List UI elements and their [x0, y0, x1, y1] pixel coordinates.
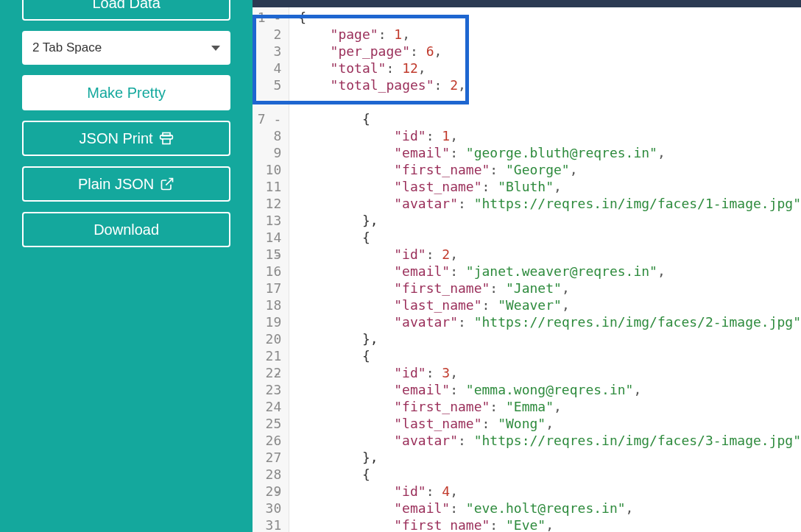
line-number: 22: [253, 364, 281, 381]
code-line[interactable]: "id": 4,: [298, 483, 801, 500]
line-number: 11: [253, 178, 281, 195]
code-area[interactable]: 1 -2345 7 -891011121314 -15161718192021 …: [253, 7, 801, 532]
code-line[interactable]: [298, 93, 801, 110]
code-line[interactable]: {: [298, 229, 801, 246]
line-number: 28 -: [253, 466, 281, 483]
line-number: 5: [253, 77, 281, 93]
line-number: 20: [253, 330, 281, 347]
line-number: 25: [253, 415, 281, 432]
line-number: [253, 93, 281, 110]
code-editor: 1 -2345 7 -891011121314 -15161718192021 …: [253, 0, 801, 532]
line-number: 29: [253, 483, 281, 500]
code-line[interactable]: "email": "george.bluth@reqres.in",: [298, 144, 801, 161]
line-number: 7 -: [253, 110, 281, 127]
code-line[interactable]: "first_name": "Janet",: [298, 280, 801, 297]
code-line[interactable]: "avatar": "https://reqres.in/img/faces/3…: [298, 432, 801, 449]
line-number: 10: [253, 161, 281, 178]
sidebar: Load Data 2 Tab Space Make Pretty JSON P…: [0, 0, 253, 532]
make-pretty-button[interactable]: Make Pretty: [22, 75, 230, 110]
line-number: 2: [253, 26, 281, 43]
download-label: Download: [93, 221, 159, 238]
line-number: 21 -: [253, 347, 281, 364]
json-print-label: JSON Print: [80, 130, 153, 147]
svg-line-2: [166, 179, 173, 185]
code-line[interactable]: "email": "eve.holt@reqres.in",: [298, 500, 801, 517]
code-line[interactable]: },: [298, 330, 801, 347]
line-number: 17: [253, 280, 281, 297]
code-line[interactable]: "first_name": "George",: [298, 161, 801, 178]
tab-space-selected: 2 Tab Space: [32, 40, 102, 55]
code-line[interactable]: "email": "emma.wong@reqres.in",: [298, 381, 801, 398]
code-line[interactable]: "per_page": 6,: [298, 43, 801, 60]
line-number: 19: [253, 313, 281, 330]
code-line[interactable]: "page": 1,: [298, 26, 801, 43]
line-number: 12: [253, 195, 281, 212]
code-line[interactable]: "total_pages": 2,: [298, 77, 801, 93]
plain-json-button[interactable]: Plain JSON: [22, 166, 230, 202]
plain-json-label: Plain JSON: [78, 176, 154, 193]
line-number: 4: [253, 60, 281, 77]
code-line[interactable]: "last_name": "Wong",: [298, 415, 801, 432]
line-gutter: 1 -2345 7 -891011121314 -15161718192021 …: [253, 7, 289, 532]
line-number: 9: [253, 144, 281, 161]
code-line[interactable]: {: [298, 9, 801, 26]
json-print-button[interactable]: JSON Print: [22, 121, 230, 156]
line-number: 26: [253, 432, 281, 449]
code-line[interactable]: {: [298, 466, 801, 483]
line-number: 30: [253, 500, 281, 517]
line-number: 31: [253, 517, 281, 532]
code-line[interactable]: "first_name": "Emma",: [298, 398, 801, 415]
code-line[interactable]: "email": "janet.weaver@reqres.in",: [298, 263, 801, 280]
download-button[interactable]: Download: [22, 212, 230, 247]
line-number: 27: [253, 449, 281, 466]
line-number: 23: [253, 381, 281, 398]
code-line[interactable]: "last_name": "Bluth",: [298, 178, 801, 195]
line-number: 3: [253, 43, 281, 60]
line-number: 16: [253, 263, 281, 280]
code-line[interactable]: "last_name": "Weaver",: [298, 297, 801, 313]
printer-icon: [159, 131, 174, 146]
code-line[interactable]: {: [298, 347, 801, 364]
load-data-label: Load Data: [92, 0, 160, 12]
code-line[interactable]: "avatar": "https://reqres.in/img/faces/2…: [298, 313, 801, 330]
code-line[interactable]: {: [298, 110, 801, 127]
code-line[interactable]: "id": 1,: [298, 127, 801, 144]
line-number: 13: [253, 212, 281, 229]
line-number: 8: [253, 127, 281, 144]
tab-space-select[interactable]: 2 Tab Space: [22, 31, 230, 65]
svg-rect-1: [163, 139, 170, 144]
editor-toolbar: [253, 0, 801, 7]
line-number: 15: [253, 246, 281, 263]
external-link-icon: [160, 177, 174, 191]
code-content[interactable]: { "page": 1, "per_page": 6, "total": 12,…: [289, 7, 801, 532]
make-pretty-label: Make Pretty: [87, 85, 166, 102]
load-data-button[interactable]: Load Data: [22, 0, 230, 21]
code-line[interactable]: "total": 12,: [298, 60, 801, 77]
code-line[interactable]: "avatar": "https://reqres.in/img/faces/1…: [298, 195, 801, 212]
code-line[interactable]: "first_name": "Eve",: [298, 517, 801, 532]
code-line[interactable]: },: [298, 212, 801, 229]
code-line[interactable]: },: [298, 449, 801, 466]
line-number: 14 -: [253, 229, 281, 246]
line-number: 18: [253, 297, 281, 313]
line-number: 1 -: [253, 9, 281, 26]
chevron-down-icon: [211, 46, 220, 51]
code-line[interactable]: "id": 2,: [298, 246, 801, 263]
code-line[interactable]: "id": 3,: [298, 364, 801, 381]
line-number: 24: [253, 398, 281, 415]
